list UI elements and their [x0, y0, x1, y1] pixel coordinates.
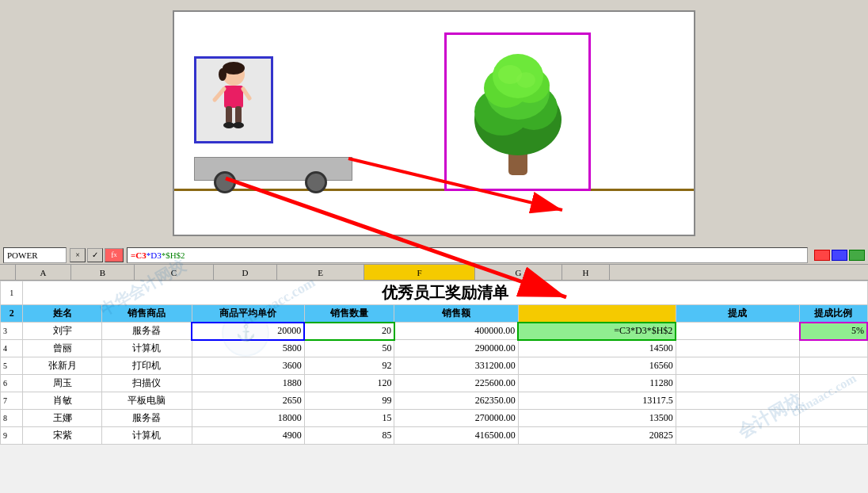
cell-5-price[interactable]: 3600: [192, 357, 304, 375]
cell-8-name[interactable]: 王娜: [23, 410, 102, 427]
formula-input[interactable]: =C3*D3*$H$2: [127, 247, 808, 263]
cell-8-price[interactable]: 18000: [192, 410, 304, 427]
cell-7-col7[interactable]: [676, 392, 799, 410]
cell-6-col6[interactable]: 11280: [518, 375, 676, 392]
tree-svg: [463, 44, 573, 179]
cell-6-col7[interactable]: [676, 375, 799, 392]
wagon-wheel-right: [305, 171, 327, 193]
col-header-e[interactable]: E: [277, 265, 364, 280]
cell-4-col6[interactable]: 14500: [518, 340, 676, 357]
cell-4-qty[interactable]: 50: [304, 340, 394, 357]
svg-rect-3: [224, 86, 243, 108]
header-percent-label: 提成比例: [800, 305, 867, 323]
cell-9-qty[interactable]: 85: [304, 427, 394, 445]
cell-6-product[interactable]: 扫描仪: [101, 375, 192, 392]
cell-7-h[interactable]: [800, 392, 867, 410]
cell-8-sales[interactable]: 270000.00: [394, 410, 518, 427]
cell-9-sales[interactable]: 416500.00: [394, 427, 518, 445]
formula-indicator-blue: [832, 250, 847, 261]
cell-9-h[interactable]: [800, 427, 867, 445]
cell-6-h[interactable]: [800, 375, 867, 392]
svg-rect-7: [235, 106, 242, 124]
data-row-8: 8 王娜 服务器 18000 15 270000.00 13500: [1, 410, 868, 427]
row-num-3: 3: [1, 323, 23, 340]
header-col6: [518, 305, 676, 323]
cell-5-product[interactable]: 打印机: [101, 357, 192, 375]
cell-6-sales[interactable]: 225600.00: [394, 375, 518, 392]
cell-6-qty[interactable]: 120: [304, 375, 394, 392]
cell-9-product[interactable]: 计算机: [101, 427, 192, 445]
cell-3-col7[interactable]: [676, 323, 799, 340]
confirm-btn[interactable]: ✓: [87, 248, 103, 262]
cell-4-product[interactable]: 计算机: [101, 340, 192, 357]
cell-3-formula[interactable]: =C3*D3*$H$2: [518, 323, 676, 340]
col-header-c[interactable]: C: [135, 265, 214, 280]
col-header-h[interactable]: H: [562, 265, 610, 280]
formula-bar: POWER × ✓ fx =C3*D3*$H$2: [0, 246, 868, 265]
svg-point-19: [516, 72, 535, 88]
data-row-5: 5 张新月 打印机 3600 92 331200.00 16560: [1, 357, 868, 375]
cell-4-price[interactable]: 5800: [192, 340, 304, 357]
col-header-d[interactable]: D: [214, 265, 277, 280]
row-num-8: 8: [1, 410, 23, 427]
cell-3-product[interactable]: 服务器: [101, 323, 192, 340]
corner-header: [0, 265, 16, 280]
svg-line-4: [215, 89, 224, 100]
ground-line: [174, 189, 694, 191]
cell-9-col7[interactable]: [676, 427, 799, 445]
col-header-g[interactable]: G: [475, 265, 562, 280]
cell-4-h[interactable]: [800, 340, 867, 357]
cell-8-h[interactable]: [800, 410, 867, 427]
row-num-6: 6: [1, 375, 23, 392]
cell-8-col7[interactable]: [676, 410, 799, 427]
cell-4-sales[interactable]: 290000.00: [394, 340, 518, 357]
col-header-b[interactable]: B: [71, 265, 135, 280]
cell-6-price[interactable]: 1880: [192, 375, 304, 392]
cell-7-sales[interactable]: 262350.00: [394, 392, 518, 410]
cell-7-name[interactable]: 肖敏: [23, 392, 102, 410]
cell-7-qty[interactable]: 99: [304, 392, 394, 410]
spreadsheet-table: 1 优秀员工奖励清单 2 姓名 销售商品 商品平均单价 销售数量 销售额 提成 …: [0, 281, 868, 445]
cell-5-qty[interactable]: 92: [304, 357, 394, 375]
header-product: 销售商品: [101, 305, 192, 323]
cell-7-col6[interactable]: 13117.5: [518, 392, 676, 410]
cell-5-col7[interactable]: [676, 357, 799, 375]
svg-point-8: [223, 122, 234, 128]
wagon-wheel-left: [214, 171, 236, 193]
col-header-f[interactable]: F: [364, 265, 475, 280]
data-row-6: 6 周玉 扫描仪 1880 120 225600.00 11280: [1, 375, 868, 392]
cell-3-sales[interactable]: 400000.00: [394, 323, 518, 340]
cell-8-qty[interactable]: 15: [304, 410, 394, 427]
name-box[interactable]: POWER: [3, 247, 67, 263]
formula-buttons: × ✓ fx: [70, 248, 124, 262]
cancel-btn[interactable]: ×: [70, 248, 86, 262]
illustration-area: [0, 0, 868, 246]
cell-4-name[interactable]: 曾丽: [23, 340, 102, 357]
cell-5-sales[interactable]: 331200.00: [394, 357, 518, 375]
cell-percent-value[interactable]: 5%: [800, 323, 867, 340]
cell-9-name[interactable]: 宋紫: [23, 427, 102, 445]
cell-4-col7[interactable]: [676, 340, 799, 357]
cell-9-price[interactable]: 4900: [192, 427, 304, 445]
svg-rect-6: [226, 106, 232, 124]
cell-5-h[interactable]: [800, 357, 867, 375]
data-row-3: 3 刘宇 服务器 20000 20 400000.00 =C3*D3*$H$2 …: [1, 323, 868, 340]
col-headers: A B C D E F G H: [0, 265, 868, 281]
cell-7-product[interactable]: 平板电脑: [101, 392, 192, 410]
cell-5-name[interactable]: 张新月: [23, 357, 102, 375]
cell-5-col6[interactable]: 16560: [518, 357, 676, 375]
cell-6-name[interactable]: 周玉: [23, 375, 102, 392]
row-num-4: 4: [1, 340, 23, 357]
cell-3-price[interactable]: 20000: [192, 323, 304, 340]
header-sales: 销售额: [394, 305, 518, 323]
col-header-a[interactable]: A: [16, 265, 71, 280]
cell-8-product[interactable]: 服务器: [101, 410, 192, 427]
fx-btn[interactable]: fx: [105, 248, 124, 262]
cell-9-col6[interactable]: 20825: [518, 427, 676, 445]
cell-3-qty[interactable]: 20: [304, 323, 394, 340]
cell-3-name[interactable]: 刘宇: [23, 323, 102, 340]
cell-7-price[interactable]: 2650: [192, 392, 304, 410]
cell-8-col6[interactable]: 13500: [518, 410, 676, 427]
girl-svg: [202, 60, 265, 139]
data-row-4: 4 曾丽 计算机 5800 50 290000.00 14500: [1, 340, 868, 357]
